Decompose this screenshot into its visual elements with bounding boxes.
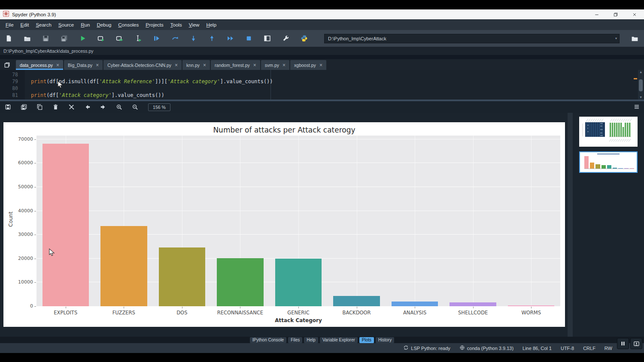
menu-source[interactable]: Source <box>55 21 77 28</box>
x-tick-mark <box>182 307 182 308</box>
plots-scrollbar[interactable] <box>568 113 573 337</box>
bar-shellcode <box>450 302 496 306</box>
minimize-button[interactable] <box>587 9 606 19</box>
copy-plot-icon[interactable] <box>36 104 43 111</box>
plot-thumbnail-2-selected[interactable] <box>579 151 638 173</box>
remove-plot-icon[interactable] <box>52 104 59 111</box>
tab-close-icon[interactable]: × <box>96 63 99 68</box>
scroll-up-icon[interactable]: ▲ <box>638 70 644 74</box>
scroll-down-icon[interactable]: ▼ <box>638 96 644 99</box>
bar-chart-figure: Number of attacks per Attack caterogy Co… <box>3 122 565 327</box>
tab-close-icon[interactable]: × <box>175 63 178 68</box>
next-plot-icon[interactable] <box>100 104 106 111</box>
x-tick-mark <box>473 307 474 308</box>
presenter-view-button[interactable] <box>630 338 642 349</box>
y-tick-mark <box>34 306 36 307</box>
step-out-icon[interactable] <box>208 35 216 42</box>
tab-knn-py[interactable]: knn.py× <box>182 60 210 70</box>
gridline <box>36 139 560 139</box>
step-into-icon[interactable] <box>189 35 197 42</box>
previous-plot-icon[interactable] <box>84 104 91 111</box>
menu-consoles[interactable]: Consoles <box>115 21 142 28</box>
pane-tab-plots[interactable]: Plots <box>359 337 374 343</box>
pane-tab-variable-explorer[interactable]: Variable Explorer <box>320 337 358 343</box>
window-controls <box>587 9 644 19</box>
working-directory-combobox[interactable]: ▾ <box>324 34 620 43</box>
tab-cyber-attack-detection-cnn-py[interactable]: Cyber-Attack-Detection-CNN.py× <box>103 60 182 70</box>
tab-svm-py[interactable]: svm.py× <box>261 60 289 70</box>
run-cell-icon[interactable] <box>97 35 105 42</box>
status-text: RW <box>605 346 612 351</box>
open-folder-icon[interactable] <box>631 35 638 42</box>
browse-tabs-button[interactable] <box>1 60 12 70</box>
plot-zoom-level[interactable]: 156 % <box>148 103 170 111</box>
run-cell-advance-icon[interactable] <box>115 35 123 42</box>
restore-button[interactable] <box>606 9 625 19</box>
menu-file[interactable]: File <box>2 21 17 28</box>
pane-tab-files[interactable]: Files <box>288 337 302 343</box>
x-tick-mark <box>240 307 240 308</box>
pane-tab-ipython-console[interactable]: IPython Console <box>250 337 286 343</box>
line-number: 79 <box>12 78 18 84</box>
zoom-in-icon[interactable] <box>115 104 122 111</box>
panel-divider <box>0 55 644 59</box>
pane-tab-help[interactable]: Help <box>304 337 318 343</box>
menu-projects[interactable]: Projects <box>142 21 167 28</box>
continue-icon[interactable] <box>226 35 234 42</box>
menu-edit[interactable]: Edit <box>17 21 33 28</box>
new-file-icon[interactable] <box>5 35 12 42</box>
remove-all-plots-icon[interactable] <box>68 104 75 111</box>
zoom-out-icon[interactable] <box>131 104 138 111</box>
plot-thumbnail-1[interactable] <box>579 117 638 147</box>
y-tick-label: 10000 <box>7 279 33 285</box>
preferences-icon[interactable] <box>282 35 289 42</box>
menu-view[interactable]: View <box>185 21 203 28</box>
tab-close-icon[interactable]: × <box>283 63 286 68</box>
run-selection-icon[interactable] <box>134 35 142 42</box>
scrollbar-thumb[interactable] <box>639 79 643 91</box>
pane-tab-history[interactable]: History <box>376 337 394 343</box>
save-all-icon[interactable] <box>60 35 68 42</box>
code-line: print(df['Attack category'].value_counts… <box>31 92 164 98</box>
close-button[interactable] <box>625 9 644 19</box>
step-over-icon[interactable] <box>171 35 179 42</box>
tab-big-data-py[interactable]: Big_Data.py× <box>64 60 103 70</box>
y-tick-mark <box>34 139 36 140</box>
y-tick-label: 60000 <box>7 160 33 166</box>
tab-label: random_forest.py <box>215 63 250 68</box>
run-icon[interactable] <box>79 35 86 42</box>
thumbnail-chart-bars <box>584 156 634 169</box>
editor-scrollbar[interactable]: ▲ ▼ <box>638 70 644 100</box>
maximize-pane-icon[interactable] <box>263 35 271 42</box>
tab-data-process-py[interactable]: data_process.py× <box>16 60 63 70</box>
save-plot-icon[interactable] <box>4 104 11 111</box>
bar-reconnaissance <box>217 258 263 306</box>
pause-button[interactable] <box>617 338 629 349</box>
x-tick-label: FUZZERS <box>95 310 153 316</box>
working-directory-input[interactable] <box>325 36 613 41</box>
tab-close-icon[interactable]: × <box>56 63 59 68</box>
tab-close-icon[interactable]: × <box>203 63 206 68</box>
tab-close-icon[interactable]: × <box>319 63 322 68</box>
python-env-icon[interactable] <box>300 35 308 42</box>
plot-canvas-area: Number of attacks per Attack caterogy Co… <box>0 113 568 337</box>
status-crlf: CRLF <box>583 346 595 351</box>
stop-icon[interactable] <box>245 35 252 42</box>
debug-file-icon[interactable] <box>152 35 160 42</box>
plots-options-menu-button[interactable] <box>633 103 640 110</box>
tab-random-forest-py[interactable]: random_forest.py× <box>211 60 260 70</box>
chart-y-axis-label: Count <box>8 214 14 227</box>
menu-search[interactable]: Search <box>32 21 55 28</box>
open-file-icon[interactable] <box>23 35 31 42</box>
save-icon[interactable] <box>42 35 49 42</box>
save-all-plots-icon[interactable] <box>20 104 27 111</box>
menu-debug[interactable]: Debug <box>93 21 115 28</box>
tab-xgboost-py[interactable]: xgboost.py× <box>290 60 326 70</box>
code-editor[interactable]: 78798081 ▲ ▼ print(df[pd.isnull(df['Atta… <box>0 70 644 100</box>
tab-close-icon[interactable]: × <box>253 63 256 68</box>
menu-help[interactable]: Help <box>203 21 220 28</box>
menu-tools[interactable]: Tools <box>167 21 185 28</box>
menu-run[interactable]: Run <box>77 21 93 28</box>
mini-bar-dos <box>595 164 600 169</box>
chevron-down-icon[interactable]: ▾ <box>613 36 619 40</box>
